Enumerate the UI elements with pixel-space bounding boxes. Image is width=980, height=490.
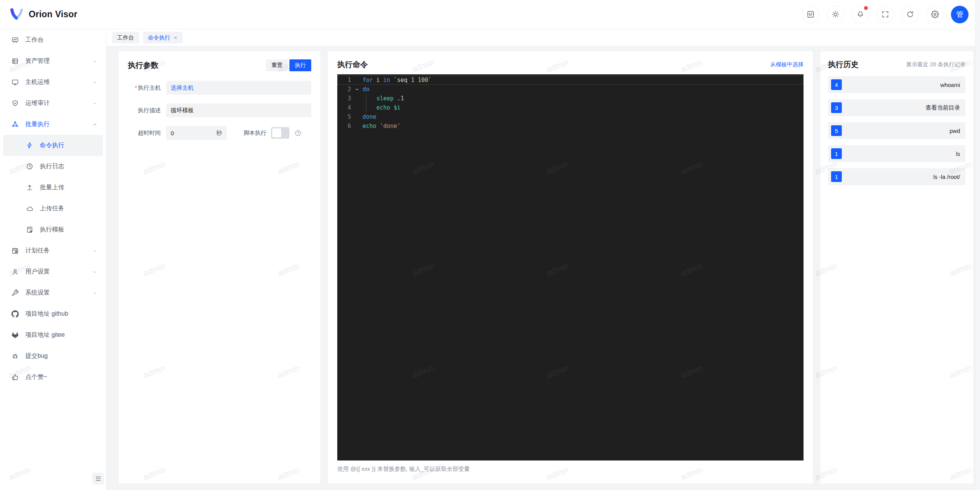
sidebar-item-label: 主机运维: [25, 78, 50, 86]
theme-button[interactable]: [826, 6, 844, 23]
app-root: Orion Visor 管 工作台资产管理主机运维运维审计批量执行命令执行执行日…: [0, 0, 980, 490]
history-command: whoami: [940, 82, 960, 88]
line-number: 2: [337, 85, 351, 94]
bolt-icon: [26, 142, 33, 149]
fold-gutter: [351, 112, 363, 121]
sidebar-item-label: 执行日志: [40, 162, 64, 170]
exec-count-badge: 3: [831, 102, 842, 113]
wrench-icon: [11, 289, 19, 297]
sidebar-item-asset-management[interactable]: 资产管理: [0, 51, 106, 72]
command-panel-header: 执行命令 从模板中选择: [337, 59, 804, 70]
sidebar-item-like[interactable]: 点个赞~: [0, 367, 106, 388]
tab-workbench[interactable]: 工作台: [112, 32, 139, 43]
shell: 工作台资产管理主机运维运维审计批量执行命令执行执行日志批量上传上传任务执行模板计…: [0, 29, 980, 490]
line-number: 4: [337, 103, 351, 112]
sidebar-item-user-settings[interactable]: 用户设置: [0, 261, 106, 282]
history-item[interactable]: 1ls -la /root/: [828, 168, 965, 185]
tab-label: 命令执行: [148, 34, 170, 41]
settings-button[interactable]: [926, 6, 944, 23]
sidebar-item-batch-exec[interactable]: 批量执行: [0, 114, 106, 135]
sidebar-item-label: 点个赞~: [25, 373, 47, 381]
monitor-icon: [11, 79, 19, 86]
history-item[interactable]: 1ls: [828, 145, 965, 162]
upload-icon: [26, 184, 33, 191]
history-item[interactable]: 3查看当前目录: [828, 99, 965, 116]
reset-button[interactable]: 重置: [266, 59, 288, 71]
sidebar-item-batch-upload[interactable]: 批量上传: [3, 177, 103, 198]
top-bar: Orion Visor 管: [0, 0, 980, 29]
code-editor[interactable]: 1for i in `seq 1 100`2do3 sleep .14 echo…: [337, 74, 804, 461]
toggle-knob: [272, 128, 281, 138]
sidebar-item-system-settings[interactable]: 系统设置: [0, 282, 106, 303]
tab-close-button[interactable]: [173, 36, 178, 40]
tab-command-exec[interactable]: 命令执行: [143, 32, 183, 43]
chevron-down-icon: [92, 269, 98, 275]
sidebar-item-upload-task[interactable]: 上传任务: [3, 198, 103, 219]
fold-gutter: [351, 121, 363, 131]
timeout-unit: 秒: [216, 129, 222, 137]
sidebar-collapse-button[interactable]: [92, 473, 104, 485]
shield-icon: [11, 100, 19, 107]
chevron-down-icon: [92, 290, 98, 296]
sidebar-item-label: 资产管理: [25, 57, 50, 65]
help-icon[interactable]: [294, 129, 302, 137]
code-text: for i in `seq 1 100`: [363, 75, 432, 85]
page-scrollbar[interactable]: [975, 0, 980, 490]
sidebar-item-label: 用户设置: [25, 268, 50, 276]
sidebar-item-label: 上传任务: [40, 205, 64, 213]
fullscreen-button[interactable]: [876, 6, 894, 23]
history-item[interactable]: 5pwd: [828, 122, 965, 139]
user-avatar[interactable]: 管: [951, 6, 969, 23]
params-form: *执行主机 选择主机 执行描述 循环模板 超时时间: [128, 81, 311, 140]
sidebar-item-github[interactable]: 项目地址 github: [0, 303, 106, 324]
sidebar-item-label: 运维审计: [25, 99, 50, 107]
host-select-input[interactable]: 选择主机: [166, 81, 311, 95]
select-from-template-link[interactable]: 从模板中选择: [770, 61, 804, 68]
sidebar-item-label: 批量上传: [40, 184, 64, 192]
notifications-button[interactable]: [851, 6, 869, 23]
sidebar-item-command-exec[interactable]: 命令执行: [3, 135, 103, 156]
cloud-icon: [26, 205, 33, 212]
cluster-icon: [11, 121, 19, 128]
sidebar-item-ops-audit[interactable]: 运维审计: [0, 93, 106, 114]
app-title: Orion Visor: [29, 9, 77, 20]
execute-button[interactable]: 执行: [289, 59, 311, 71]
gear-icon: [931, 10, 939, 18]
code-line: 3 sleep .1: [337, 94, 804, 103]
description-input[interactable]: 循环模板: [166, 103, 311, 117]
history-item[interactable]: 4whoami: [828, 76, 965, 93]
exec-command-panel: 执行命令 从模板中选择 1for i in `seq 1 100`2do3 sl…: [328, 51, 813, 483]
exec-count-badge: 1: [831, 171, 842, 182]
sidebar-item-bug[interactable]: 提交bug: [0, 346, 106, 367]
sidebar-item-label: 执行模板: [40, 226, 64, 234]
sidebar-item-host-ops[interactable]: 主机运维: [0, 72, 106, 93]
timeout-input[interactable]: 0 秒: [166, 126, 227, 140]
line-number: 3: [337, 94, 351, 103]
script-exec-toggle[interactable]: [271, 127, 289, 139]
exec-history-panel: 执行历史 展示最近 20 条执行记录 4whoami3查看当前目录5pwd1ls…: [820, 51, 973, 483]
close-icon: [173, 36, 178, 40]
sidebar-item-label: 批量执行: [25, 120, 50, 128]
sidebar-item-gitee[interactable]: 项目地址 gitee: [0, 324, 106, 346]
line-number: 1: [337, 75, 351, 85]
line-number: 6: [337, 121, 351, 131]
template-icon: [26, 226, 33, 233]
sidebar-item-workbench[interactable]: 工作台: [0, 29, 106, 51]
topbar-actions: 管: [802, 6, 969, 23]
refresh-button[interactable]: [901, 6, 919, 23]
sidebar-item-scheduled-task[interactable]: 计划任务: [0, 240, 106, 261]
notification-badge-dot: [864, 6, 868, 10]
workbench-icon: [11, 36, 19, 44]
code-text: echo 'done': [363, 121, 400, 131]
chevron-down-icon: [92, 101, 98, 106]
exec-params-panel: 执行参数 重置 执行 *执行主机 选择主机: [119, 51, 320, 483]
history-list: 4whoami3查看当前目录5pwd1ls1ls -la /root/: [828, 76, 965, 185]
fold-toggle-icon[interactable]: [351, 85, 363, 94]
sidebar-item-exec-log[interactable]: 执行日志: [3, 156, 103, 177]
select-host-link[interactable]: 选择主机: [171, 84, 194, 92]
main-area: 工作台命令执行 执行参数 重置 执行 *执行主机: [106, 29, 980, 490]
thumb-icon: [11, 374, 19, 381]
console-button[interactable]: [802, 6, 819, 23]
sidebar-item-label: 项目地址 github: [25, 310, 68, 318]
sidebar-item-exec-template[interactable]: 执行模板: [3, 219, 103, 240]
